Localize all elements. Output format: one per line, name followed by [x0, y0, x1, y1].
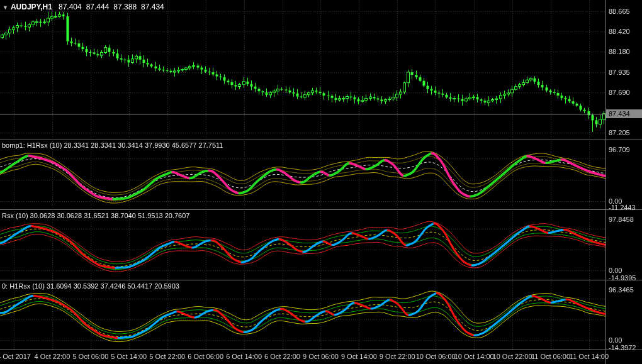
time-axis-label: 10 Oct 06:00: [414, 353, 458, 360]
price-axis-label: 87.205: [609, 129, 630, 136]
panel-separator[interactable]: [0, 209, 642, 210]
price-axis-label: 88.665: [609, 8, 630, 15]
time-axis-label: 9 Oct 14:00: [337, 353, 381, 360]
time-axis-label: 10 Oct 14:00: [452, 353, 496, 360]
panel-separator[interactable]: [0, 350, 642, 350]
time-axis-label: 9 Oct 22:00: [375, 353, 419, 360]
time-axis-label: 9 Oct 06:00: [298, 353, 342, 360]
time-axis-label: 6 Oct 06:00: [184, 353, 228, 360]
indicator-axis-min-label: -11.2443: [609, 204, 636, 211]
panel-separator[interactable]: [0, 140, 642, 140]
time-axis-label: 4 Oct 22:00: [30, 353, 74, 360]
time-axis-label: 5 Oct 22:00: [145, 353, 189, 360]
price-axis-label: 88.420: [609, 28, 630, 35]
time-axis-label: 5 Oct 06:00: [69, 353, 113, 360]
indicator-axis-max-label: 96.3465: [609, 286, 634, 294]
symbol-marker-icon: ▼: [3, 4, 8, 11]
ohlc-low: 87.388: [113, 3, 137, 11]
indicator-axis-max-label: 96.709: [609, 146, 630, 153]
indicator-axis-max-label: 97.8458: [609, 216, 634, 223]
indicator-axis-min-label: -14.3972: [609, 344, 636, 351]
ohlc-close: 87.434: [141, 3, 164, 11]
chart-surface[interactable]: [0, 0, 642, 364]
indicator-axis-min-label: -14.9395: [609, 274, 636, 282]
time-axis-label: 6 Oct 14:00: [222, 353, 266, 360]
indicator-axis-zero-label: 0.00: [609, 267, 622, 274]
chart-header: ▼AUDJPY,H187.40487.44487.38887.434: [3, 3, 169, 11]
price-axis-label: 87.935: [609, 69, 630, 76]
panel-separator[interactable]: [0, 280, 642, 280]
time-axis-label: 5 Oct 14:00: [107, 353, 151, 360]
time-axis-label: 11 Oct 06:00: [529, 353, 573, 360]
price-axis-border: [605, 0, 606, 364]
price-axis-label: 88.180: [609, 48, 630, 55]
indicator-axis-zero-label: 0.00: [609, 336, 622, 344]
time-axis-label: 10 Oct 22:00: [490, 353, 534, 360]
symbol-title: AUDJPY,H1: [11, 3, 52, 11]
indicator-label-h1rsx: 0: H1Rsx (10) 31.6094 30.5392 37.4246 50…: [2, 282, 179, 290]
mt4-chart-window: ▼AUDJPY,H187.40487.44487.38887.434 bomp1…: [0, 0, 642, 364]
ohlc-high: 87.444: [86, 3, 110, 11]
price-axis-label: 87.690: [609, 89, 630, 96]
ohlc-open: 87.404: [59, 3, 82, 11]
indicator-label-rsx: Rsx (10) 30.0628 30.0628 31.6521 38.7040…: [2, 212, 189, 219]
time-axis-label: 11 Oct 14:00: [567, 353, 611, 360]
current-price-badge: 87.434: [606, 109, 642, 118]
indicator-label-bomp1: bomp1: H1Rsx (10) 28.3341 28.3341 30.341…: [2, 141, 223, 149]
time-axis-label: 6 Oct 22:00: [261, 353, 305, 360]
